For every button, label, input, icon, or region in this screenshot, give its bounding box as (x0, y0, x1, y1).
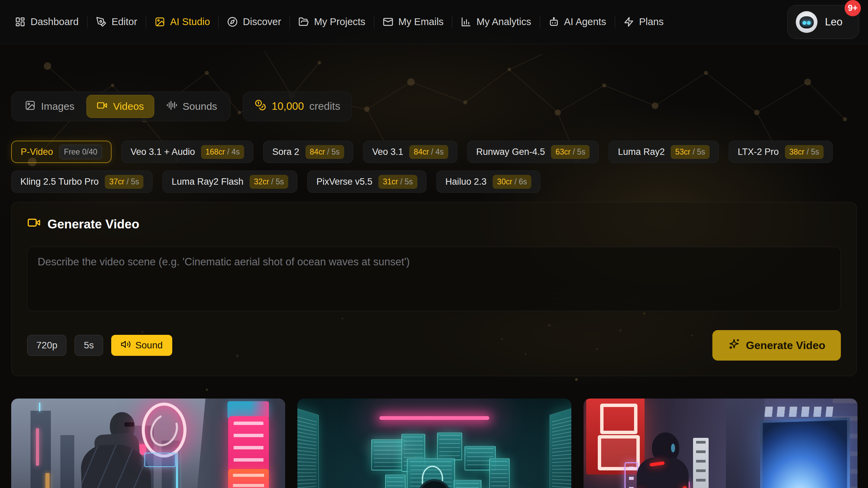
model-chip-pixverse-v55[interactable]: PixVerse v5.5 31cr / 5s (307, 170, 426, 193)
model-chip-p-video[interactable]: P-Video Free 0/40 (11, 141, 112, 163)
sparkles-icon (728, 338, 740, 353)
pen-tool-icon (96, 17, 106, 27)
main-content: Images Videos Sounds (0, 92, 868, 488)
model-name: Kling 2.5 Turbo Pro (20, 177, 99, 187)
video-camera-icon (27, 216, 41, 232)
generate-controls: 720p 5s Sound Generate Video (27, 330, 841, 361)
scene-tower (60, 435, 74, 488)
nav-separator (374, 16, 374, 28)
model-chip-hailuo-23[interactable]: Hailuo 2.3 30cr / 6s (436, 170, 541, 193)
gallery-item-2[interactable] (297, 399, 571, 488)
model-cost-badge: 32cr / 5s (250, 175, 288, 189)
model-cost-badge: 53cr / 5s (671, 145, 709, 159)
model-chip-kling-25-turbo-pro[interactable]: Kling 2.5 Turbo Pro 37cr / 5s (11, 170, 153, 193)
notification-badge: 9+ (845, 0, 861, 16)
model-name: P-Video (21, 147, 53, 157)
scene-billboard-caption (765, 407, 833, 417)
nav-separator (452, 16, 452, 28)
user-name: Leo (825, 16, 843, 28)
model-cost-badge: 168cr / 4s (201, 145, 244, 159)
sound-toggle-button[interactable]: Sound (111, 335, 172, 356)
model-chip-luma-ray2[interactable]: Luma Ray2 53cr / 5s (609, 141, 718, 163)
model-chip-ltx-2-pro[interactable]: LTX-2 Pro 38cr / 5s (729, 141, 833, 163)
resolution-button[interactable]: 720p (27, 335, 66, 356)
model-chip-luma-ray2-flash[interactable]: Luma Ray2 Flash 32cr / 5s (162, 170, 297, 193)
model-name: Luma Ray2 (618, 147, 665, 157)
image-icon (155, 17, 165, 27)
scene-neon-strip (45, 473, 50, 488)
nav-item-ai-studio[interactable]: AI Studio (155, 16, 210, 27)
credits-balance[interactable]: 10,000 credits (243, 92, 352, 121)
nav-item-editor[interactable]: Editor (96, 16, 137, 27)
scene-neon-strip (36, 428, 39, 466)
media-type-row: Images Videos Sounds (11, 92, 857, 121)
nav-separator (615, 16, 615, 28)
model-name: Luma Ray2 Flash (172, 177, 243, 187)
nav-item-label: AI Agents (564, 16, 606, 27)
gallery-item-3[interactable] (584, 399, 857, 488)
model-cost-badge: 84cr / 4s (409, 145, 448, 159)
scene-tower (726, 399, 764, 488)
scene-blue-billboard (760, 417, 850, 488)
generate-video-button[interactable]: Generate Video (712, 330, 841, 361)
tab-images[interactable]: Images (15, 95, 84, 118)
nav-item-label: AI Studio (170, 16, 210, 27)
model-chip-veo-31-audio[interactable]: Veo 3.1 + Audio 168cr / 4s (121, 141, 253, 163)
main-nav: Dashboard Editor AI Studio (15, 16, 779, 28)
nav-item-label: Discover (243, 16, 281, 27)
nav-item-label: My Analytics (476, 16, 531, 27)
generate-video-card: Generate Video 720p 5s Sound Generate Vi… (11, 202, 857, 376)
app-root: Dashboard Editor AI Studio (0, 0, 868, 488)
nav-separator (146, 16, 146, 28)
video-camera-icon (97, 100, 107, 113)
user-menu[interactable]: Leo 9+ (787, 5, 859, 39)
nav-item-my-projects[interactable]: My Projects (298, 16, 365, 27)
credits-label: credits (309, 100, 340, 113)
scene-figure (397, 481, 472, 488)
nav-item-discover[interactable]: Discover (227, 16, 281, 27)
compass-icon (227, 17, 238, 27)
scene-screen-wall (297, 403, 319, 488)
tab-label: Videos (113, 101, 144, 112)
waveform-icon (166, 100, 177, 113)
nav-item-plans[interactable]: Plans (624, 16, 664, 27)
gallery-item-1[interactable] (11, 399, 285, 488)
scene-smoke (341, 423, 443, 474)
nav-separator (540, 16, 540, 28)
model-name: Hailuo 2.3 (446, 177, 487, 187)
tab-videos[interactable]: Videos (86, 95, 154, 118)
nav-item-dashboard[interactable]: Dashboard (15, 16, 79, 27)
model-chip-sora-2[interactable]: Sora 2 84cr / 5s (263, 141, 353, 163)
nav-separator (87, 16, 87, 28)
model-cost-badge: 30cr / 6s (493, 175, 531, 189)
nav-item-ai-agents[interactable]: AI Agents (549, 16, 606, 27)
nav-item-my-emails[interactable]: My Emails (383, 16, 444, 27)
folder-icon (298, 17, 309, 27)
avatar-robot-eyes (803, 21, 811, 25)
nav-item-label: Editor (112, 16, 137, 27)
model-name: Veo 3.1 (372, 147, 403, 157)
scene-neon-sign (228, 469, 269, 488)
generate-video-title: Generate Video (47, 217, 139, 231)
duration-button[interactable]: 5s (75, 335, 103, 356)
model-cost-badge: 31cr / 5s (378, 175, 417, 189)
model-chip-row-1: P-Video Free 0/40 Veo 3.1 + Audio 168cr … (11, 141, 857, 163)
scene-vertical-sign (693, 438, 709, 488)
model-name: Sora 2 (272, 147, 299, 157)
model-cost-badge: 37cr / 5s (105, 175, 143, 189)
model-cost-badge: 63cr / 5s (551, 145, 590, 159)
model-chip-row-2: Kling 2.5 Turbo Pro 37cr / 5s Luma Ray2 … (11, 170, 857, 193)
model-chip-runway-gen-45[interactable]: Runway Gen-4.5 63cr / 5s (467, 141, 599, 163)
model-chip-veo-31[interactable]: Veo 3.1 84cr / 4s (363, 141, 457, 163)
generate-button-label: Generate Video (746, 339, 825, 352)
coins-icon (255, 99, 266, 114)
top-navbar: Dashboard Editor AI Studio (0, 0, 868, 44)
model-name: Runway Gen-4.5 (476, 147, 545, 157)
scene-neon-sign (144, 453, 176, 467)
prompt-input[interactable] (27, 247, 841, 311)
nav-item-my-analytics[interactable]: My Analytics (461, 16, 531, 27)
sound-label: Sound (135, 340, 163, 351)
tab-sounds[interactable]: Sounds (156, 95, 228, 118)
scene-neon-bar (379, 416, 489, 420)
model-name: LTX-2 Pro (738, 147, 779, 157)
